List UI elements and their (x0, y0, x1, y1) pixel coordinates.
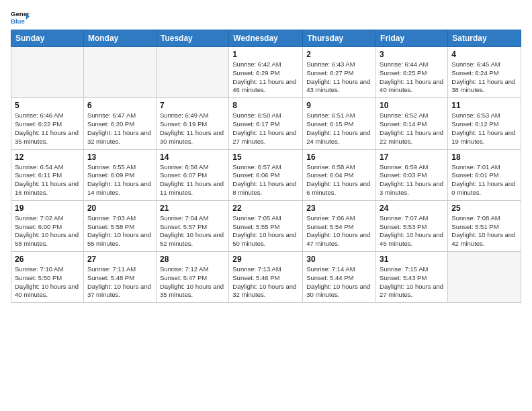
day-number: 6 (87, 101, 152, 110)
day-number: 5 (15, 101, 80, 110)
calendar-cell: 14Sunrise: 6:56 AM Sunset: 6:07 PM Dayli… (156, 149, 228, 200)
day-number: 12 (15, 152, 80, 162)
day-info: Sunrise: 6:52 AM Sunset: 6:14 PM Dayligh… (380, 111, 444, 146)
weekday-header-row: SundayMondayTuesdayWednesdayThursdayFrid… (11, 30, 521, 47)
logo: General Blue (11, 8, 30, 27)
calendar-cell: 21Sunrise: 7:04 AM Sunset: 5:57 PM Dayli… (156, 200, 228, 251)
logo-icon: General Blue (11, 8, 30, 27)
day-info: Sunrise: 6:51 AM Sunset: 6:15 PM Dayligh… (306, 111, 372, 146)
calendar-cell (83, 47, 156, 98)
day-info: Sunrise: 7:12 AM Sunset: 5:47 PM Dayligh… (160, 265, 225, 300)
calendar-cell: 16Sunrise: 6:58 AM Sunset: 6:04 PM Dayli… (303, 149, 376, 200)
calendar-cell: 10Sunrise: 6:52 AM Sunset: 6:14 PM Dayli… (376, 98, 448, 149)
calendar-cell: 3Sunrise: 6:44 AM Sunset: 6:25 PM Daylig… (376, 47, 448, 98)
calendar-cell: 1Sunrise: 6:42 AM Sunset: 6:29 PM Daylig… (229, 47, 303, 98)
day-number: 14 (160, 152, 225, 162)
day-number: 16 (306, 152, 372, 162)
day-info: Sunrise: 6:50 AM Sunset: 6:17 PM Dayligh… (232, 111, 299, 146)
calendar-cell: 20Sunrise: 7:03 AM Sunset: 5:58 PM Dayli… (83, 200, 156, 251)
day-number: 4 (451, 50, 517, 59)
calendar-cell: 5Sunrise: 6:46 AM Sunset: 6:22 PM Daylig… (11, 98, 84, 149)
day-info: Sunrise: 6:47 AM Sunset: 6:20 PM Dayligh… (87, 111, 152, 146)
weekday-header-monday: Monday (83, 30, 156, 47)
day-info: Sunrise: 6:57 AM Sunset: 6:06 PM Dayligh… (232, 163, 299, 197)
svg-text:Blue: Blue (11, 17, 25, 25)
calendar-cell: 23Sunrise: 7:06 AM Sunset: 5:54 PM Dayli… (303, 200, 376, 251)
day-info: Sunrise: 6:46 AM Sunset: 6:22 PM Dayligh… (15, 111, 80, 146)
day-info: Sunrise: 7:02 AM Sunset: 6:00 PM Dayligh… (15, 214, 80, 248)
calendar-cell: 22Sunrise: 7:05 AM Sunset: 5:55 PM Dayli… (229, 200, 303, 251)
day-number: 3 (380, 50, 444, 59)
calendar-week-row: 12Sunrise: 6:54 AM Sunset: 6:11 PM Dayli… (11, 149, 521, 200)
page-container: General Blue SundayMondayTuesdayWednesda… (0, 0, 532, 308)
calendar-cell: 9Sunrise: 6:51 AM Sunset: 6:15 PM Daylig… (303, 98, 376, 149)
day-number: 10 (380, 101, 444, 110)
calendar-table: SundayMondayTuesdayWednesdayThursdayFrid… (11, 30, 521, 303)
day-info: Sunrise: 6:49 AM Sunset: 6:19 PM Dayligh… (160, 111, 225, 146)
day-info: Sunrise: 6:58 AM Sunset: 6:04 PM Dayligh… (306, 163, 372, 197)
calendar-cell: 28Sunrise: 7:12 AM Sunset: 5:47 PM Dayli… (156, 252, 228, 303)
day-number: 8 (232, 101, 299, 110)
calendar-cell: 30Sunrise: 7:14 AM Sunset: 5:44 PM Dayli… (303, 252, 376, 303)
weekday-header-sunday: Sunday (11, 30, 84, 47)
day-number: 20 (87, 203, 152, 213)
day-number: 2 (306, 50, 372, 59)
calendar-cell: 29Sunrise: 7:13 AM Sunset: 5:46 PM Dayli… (229, 252, 303, 303)
day-number: 7 (160, 101, 225, 110)
day-number: 18 (451, 152, 517, 162)
calendar-cell: 4Sunrise: 6:45 AM Sunset: 6:24 PM Daylig… (448, 47, 521, 98)
calendar-cell: 12Sunrise: 6:54 AM Sunset: 6:11 PM Dayli… (11, 149, 84, 200)
day-info: Sunrise: 7:15 AM Sunset: 5:43 PM Dayligh… (380, 265, 444, 300)
day-number: 26 (15, 255, 80, 264)
day-info: Sunrise: 7:07 AM Sunset: 5:53 PM Dayligh… (380, 214, 444, 248)
day-info: Sunrise: 7:06 AM Sunset: 5:54 PM Dayligh… (306, 214, 372, 248)
day-number: 9 (306, 101, 372, 110)
calendar-cell (156, 47, 228, 98)
calendar-cell: 8Sunrise: 6:50 AM Sunset: 6:17 PM Daylig… (229, 98, 303, 149)
day-info: Sunrise: 7:03 AM Sunset: 5:58 PM Dayligh… (87, 214, 152, 248)
day-info: Sunrise: 7:11 AM Sunset: 5:48 PM Dayligh… (87, 265, 152, 300)
day-info: Sunrise: 6:45 AM Sunset: 6:24 PM Dayligh… (451, 60, 517, 95)
day-info: Sunrise: 7:08 AM Sunset: 5:51 PM Dayligh… (451, 214, 517, 248)
day-number: 24 (380, 203, 444, 213)
day-info: Sunrise: 6:56 AM Sunset: 6:07 PM Dayligh… (160, 163, 225, 197)
calendar-cell: 31Sunrise: 7:15 AM Sunset: 5:43 PM Dayli… (376, 252, 448, 303)
day-info: Sunrise: 6:43 AM Sunset: 6:27 PM Dayligh… (306, 60, 372, 95)
weekday-header-tuesday: Tuesday (156, 30, 228, 47)
day-info: Sunrise: 7:13 AM Sunset: 5:46 PM Dayligh… (232, 265, 299, 300)
calendar-cell: 11Sunrise: 6:53 AM Sunset: 6:12 PM Dayli… (448, 98, 521, 149)
day-number: 1 (232, 50, 299, 59)
day-number: 13 (87, 152, 152, 162)
day-number: 11 (451, 101, 517, 110)
day-info: Sunrise: 6:44 AM Sunset: 6:25 PM Dayligh… (380, 60, 444, 95)
day-number: 29 (232, 255, 299, 264)
calendar-cell: 25Sunrise: 7:08 AM Sunset: 5:51 PM Dayli… (448, 200, 521, 251)
day-number: 15 (232, 152, 299, 162)
calendar-cell: 15Sunrise: 6:57 AM Sunset: 6:06 PM Dayli… (229, 149, 303, 200)
calendar-cell (448, 252, 521, 303)
day-info: Sunrise: 7:14 AM Sunset: 5:44 PM Dayligh… (306, 265, 372, 300)
calendar-cell: 17Sunrise: 6:59 AM Sunset: 6:03 PM Dayli… (376, 149, 448, 200)
day-info: Sunrise: 6:54 AM Sunset: 6:11 PM Dayligh… (15, 163, 80, 197)
day-info: Sunrise: 7:01 AM Sunset: 6:01 PM Dayligh… (451, 163, 517, 197)
calendar-week-row: 1Sunrise: 6:42 AM Sunset: 6:29 PM Daylig… (11, 47, 521, 98)
calendar-cell: 24Sunrise: 7:07 AM Sunset: 5:53 PM Dayli… (376, 200, 448, 251)
calendar-cell: 19Sunrise: 7:02 AM Sunset: 6:00 PM Dayli… (11, 200, 84, 251)
day-number: 31 (380, 255, 444, 264)
day-number: 23 (306, 203, 372, 213)
day-info: Sunrise: 7:05 AM Sunset: 5:55 PM Dayligh… (232, 214, 299, 248)
calendar-week-row: 5Sunrise: 6:46 AM Sunset: 6:22 PM Daylig… (11, 98, 521, 149)
weekday-header-wednesday: Wednesday (229, 30, 303, 47)
day-info: Sunrise: 6:59 AM Sunset: 6:03 PM Dayligh… (380, 163, 444, 197)
calendar-cell: 18Sunrise: 7:01 AM Sunset: 6:01 PM Dayli… (448, 149, 521, 200)
day-info: Sunrise: 6:42 AM Sunset: 6:29 PM Dayligh… (232, 60, 299, 95)
day-number: 21 (160, 203, 225, 213)
day-number: 22 (232, 203, 299, 213)
calendar-cell: 27Sunrise: 7:11 AM Sunset: 5:48 PM Dayli… (83, 252, 156, 303)
day-number: 25 (451, 203, 517, 213)
day-number: 19 (15, 203, 80, 213)
calendar-cell: 6Sunrise: 6:47 AM Sunset: 6:20 PM Daylig… (83, 98, 156, 149)
calendar-cell (11, 47, 84, 98)
day-number: 17 (380, 152, 444, 162)
day-info: Sunrise: 6:53 AM Sunset: 6:12 PM Dayligh… (451, 111, 517, 146)
